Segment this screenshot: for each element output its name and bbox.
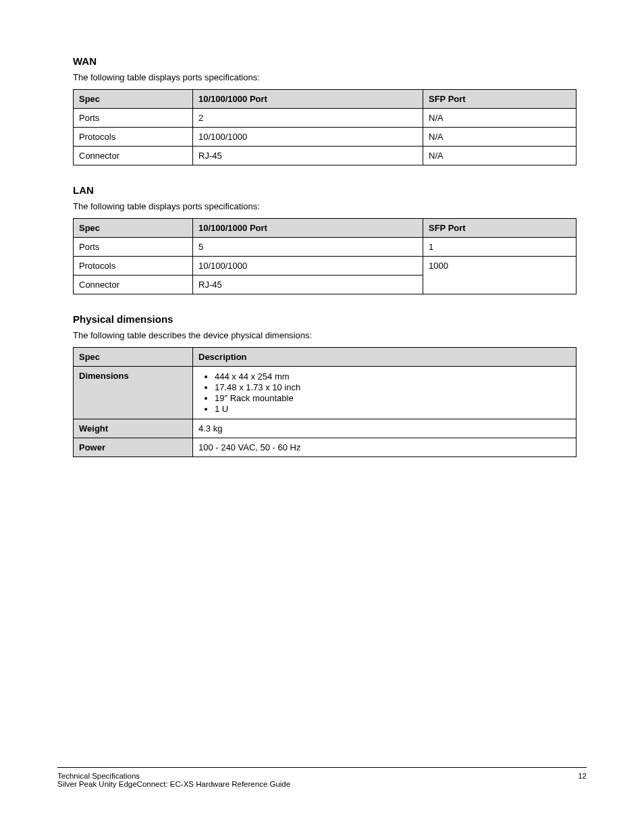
wan-table: Spec 10/100/1000 Port SFP Port Ports 2 N… [73,89,576,165]
table-row: Power 100 - 240 VAC, 50 - 60 Hz [74,438,576,457]
footer-left: Technical Specifications Silver Peak Uni… [57,772,290,788]
physical-table: Spec Description Dimensions 444 x 44 x 2… [73,347,576,457]
cell-eth: 10/100/1000 [193,257,423,276]
cell-eth: 2 [193,109,423,128]
table-header-row: Spec 10/100/1000 Port SFP Port [74,219,576,238]
cell-spec: Dimensions [74,367,193,419]
page-footer: Technical Specifications Silver Peak Uni… [57,767,587,788]
cell-sfp: 1000 [423,257,576,294]
dimensions-list: 444 x 44 x 254 mm 17.48 x 1.73 x 10 inch… [198,371,570,414]
lan-th-sfp: SFP Port [423,219,576,238]
cell-eth: RJ-45 [193,147,423,165]
list-item: 444 x 44 x 254 mm [215,371,570,382]
cell-spec: Connector [74,276,193,294]
cell-eth: 5 [193,238,423,257]
cell-sfp: N/A [423,128,576,147]
physical-subtext: The following table describes the device… [73,330,576,340]
wan-heading: WAN [73,55,576,67]
lan-th-eth: 10/100/1000 Port [193,219,423,238]
lan-heading: LAN [73,184,576,196]
table-row: Protocols 10/100/1000 N/A [74,128,576,147]
cell-desc: 444 x 44 x 254 mm 17.48 x 1.73 x 10 inch… [193,367,576,419]
cell-spec: Weight [74,419,193,438]
table-row: Connector RJ-45 N/A [74,147,576,165]
list-item: 17.48 x 1.73 x 10 inch [215,382,570,392]
table-header-row: Spec 10/100/1000 Port SFP Port [74,90,576,109]
lan-th-spec: Spec [74,219,193,238]
phys-th-desc: Description [193,348,576,367]
cell-spec: Power [74,438,193,457]
wan-th-spec: Spec [74,90,193,109]
wan-subtext: The following table displays ports speci… [73,72,576,82]
cell-spec: Ports [74,238,193,257]
cell-spec: Connector [74,147,193,165]
cell-sfp: N/A [423,109,576,128]
wan-th-eth: 10/100/1000 Port [193,90,423,109]
cell-desc: 100 - 240 VAC, 50 - 60 Hz [193,438,576,457]
list-item: 1 U [215,404,570,414]
phys-th-spec: Spec [74,348,193,367]
page-content: WAN The following table displays ports s… [0,0,644,457]
physical-heading: Physical dimensions [73,313,576,325]
footer-subtitle: Silver Peak Unity EdgeConnect: EC-XS Har… [57,780,290,788]
table-row: Ports 5 1 [74,238,576,257]
cell-sfp: N/A [423,147,576,165]
cell-sfp: 1 [423,238,576,257]
lan-table: Spec 10/100/1000 Port SFP Port Ports 5 1… [73,218,576,294]
footer-title: Technical Specifications [57,772,140,780]
cell-spec: Protocols [74,128,193,147]
cell-eth: RJ-45 [193,276,423,294]
cell-desc: 4.3 kg [193,419,576,438]
footer-page-number: 12 [578,772,587,788]
cell-eth: 10/100/1000 [193,128,423,147]
table-row: Dimensions 444 x 44 x 254 mm 17.48 x 1.7… [74,367,576,419]
list-item: 19" Rack mountable [215,393,570,403]
lan-subtext: The following table displays ports speci… [73,201,576,211]
cell-spec: Protocols [74,257,193,276]
table-header-row: Spec Description [74,348,576,367]
cell-spec: Ports [74,109,193,128]
table-row: Weight 4.3 kg [74,419,576,438]
table-row: Ports 2 N/A [74,109,576,128]
table-row: Protocols 10/100/1000 1000 [74,257,576,276]
wan-th-sfp: SFP Port [423,90,576,109]
